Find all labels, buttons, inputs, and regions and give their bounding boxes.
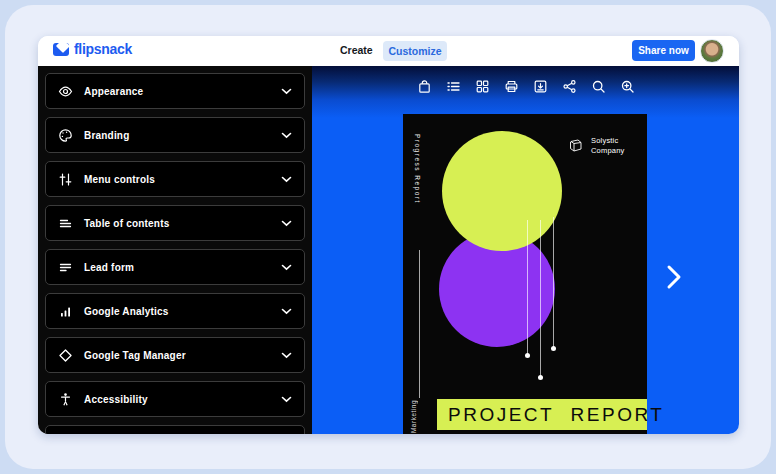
page-background: flipsnack Create Customize Share now Ap — [5, 5, 771, 469]
brand-name: flipsnack — [74, 41, 132, 57]
shopping-bag-icon[interactable] — [417, 79, 432, 94]
cover-vertical-label-bottom: Marketing — [410, 400, 417, 433]
sidebar-item-accessibility[interactable]: Accessibility — [45, 381, 305, 417]
chevron-down-icon[interactable] — [281, 220, 292, 227]
search-icon[interactable] — [591, 79, 606, 94]
list-icon — [58, 216, 73, 231]
share-now-button[interactable]: Share now — [632, 40, 695, 61]
sidebar-item-label: Google Tag Manager — [84, 350, 186, 361]
main-content: Appearance Branding — [38, 66, 739, 434]
cover-decorative-line — [419, 250, 420, 398]
sidebar-item-appearance[interactable]: Appearance — [45, 73, 305, 109]
flipsnack-logo-icon — [53, 43, 69, 56]
cover-dot — [538, 375, 543, 380]
form-lines-icon — [58, 260, 73, 275]
company-name: Solystic Company — [591, 136, 625, 156]
sidebar-item-branding[interactable]: Branding — [45, 117, 305, 153]
green-circle-graphic — [442, 131, 562, 251]
cover-dot — [551, 346, 556, 351]
palette-icon — [58, 128, 73, 143]
sidebar-item-partial[interactable] — [45, 425, 305, 434]
next-page-button[interactable] — [664, 263, 684, 291]
sidebar-item-label: Accessibility — [84, 394, 148, 405]
sidebar-item-label: Google Analytics — [84, 306, 169, 317]
company-name-line2: Company — [591, 146, 625, 156]
chevron-down-icon[interactable] — [281, 396, 292, 403]
share-icon[interactable] — [562, 79, 577, 94]
sidebar-item-label: Menu controls — [84, 174, 155, 185]
print-icon[interactable] — [504, 79, 519, 94]
accessibility-icon — [58, 392, 73, 407]
zoom-in-icon[interactable] — [620, 79, 635, 94]
sidebar-item-lead-form[interactable]: Lead form — [45, 249, 305, 285]
sidebar-item-menu-controls[interactable]: Menu controls — [45, 161, 305, 197]
tab-create[interactable]: Create — [340, 44, 373, 56]
sidebar-item-label: Table of contents — [84, 218, 169, 229]
sidebar-item-label: Lead form — [84, 262, 134, 273]
app-window: flipsnack Create Customize Share now Ap — [38, 36, 739, 434]
chevron-down-icon[interactable] — [281, 176, 292, 183]
chevron-down-icon[interactable] — [281, 352, 292, 359]
sidebar-item-google-analytics[interactable]: Google Analytics — [45, 293, 305, 329]
chevron-down-icon[interactable] — [281, 308, 292, 315]
cover-vertical-label-top: Progress Report — [414, 134, 421, 204]
customize-sidebar: Appearance Branding — [38, 66, 312, 434]
cover-title-band: PROJECT REPORT — [437, 399, 647, 430]
sidebar-item-label: Branding — [84, 130, 130, 141]
cover-title: PROJECT REPORT — [437, 399, 647, 430]
chevron-down-icon[interactable] — [281, 88, 292, 95]
eye-icon — [58, 84, 73, 99]
company-logo: Solystic Company — [566, 136, 625, 156]
user-avatar[interactable] — [700, 39, 724, 63]
chevron-down-icon[interactable] — [281, 264, 292, 271]
sidebar-item-label: Appearance — [84, 86, 143, 97]
sidebar-item-table-of-contents[interactable]: Table of contents — [45, 205, 305, 241]
toc-list-icon[interactable] — [446, 79, 461, 94]
company-name-line1: Solystic — [591, 136, 625, 146]
pages-grid-icon[interactable] — [475, 79, 490, 94]
sliders-icon — [58, 172, 73, 187]
diamond-icon — [58, 348, 73, 363]
preview-canvas: Progress Report — [312, 66, 739, 434]
bar-chart-icon — [58, 304, 73, 319]
chevron-down-icon[interactable] — [281, 132, 292, 139]
cover-hang-line — [540, 220, 541, 377]
sidebar-item-google-tag-manager[interactable]: Google Tag Manager — [45, 337, 305, 373]
cover-hang-line — [527, 220, 528, 355]
cover-dot — [525, 353, 530, 358]
cover-hang-line — [553, 217, 554, 348]
download-icon[interactable] — [533, 79, 548, 94]
chevron-right-icon — [666, 264, 682, 290]
viewer-toolbar — [312, 79, 739, 94]
flipsnack-logo[interactable]: flipsnack — [53, 41, 132, 57]
top-navigation-bar: flipsnack Create Customize Share now — [38, 36, 739, 66]
cube-icon — [566, 136, 585, 155]
tab-customize[interactable]: Customize — [383, 41, 447, 61]
flipbook-cover-page[interactable]: Progress Report — [403, 114, 647, 434]
